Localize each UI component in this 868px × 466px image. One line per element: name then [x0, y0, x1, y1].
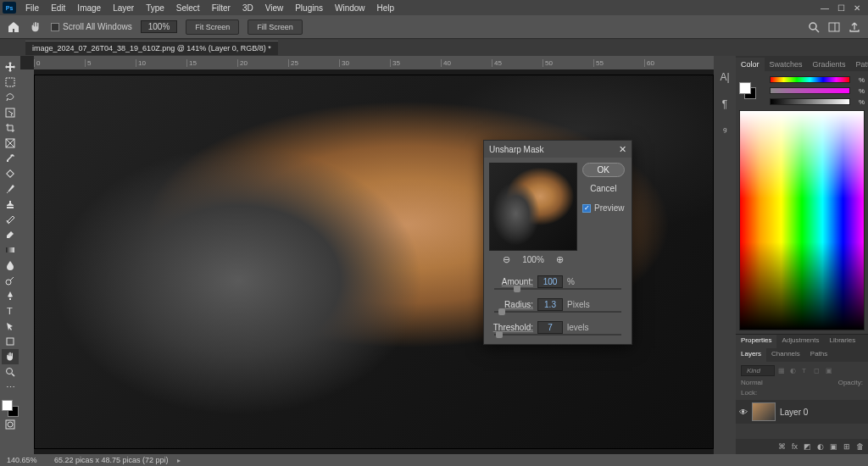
zoom-in-icon[interactable]: ⊕ — [556, 254, 564, 265]
scroll-all-windows-checkbox[interactable]: Scroll All Windows — [51, 22, 132, 31]
filter-smart-icon[interactable]: ▣ — [826, 367, 834, 375]
menu-view[interactable]: View — [259, 2, 290, 14]
ok-button[interactable]: OK — [582, 163, 625, 177]
home-icon[interactable] — [7, 20, 20, 34]
new-layer-icon[interactable]: ⊞ — [843, 442, 850, 451]
layer-mask-icon[interactable]: ◩ — [804, 442, 811, 451]
menu-3d[interactable]: 3D — [236, 2, 259, 14]
adjustment-layer-icon[interactable]: ◐ — [817, 442, 824, 451]
pen-tool-icon[interactable] — [2, 288, 19, 303]
menu-window[interactable]: Window — [329, 2, 371, 14]
dodge-tool-icon[interactable] — [2, 273, 19, 288]
preview-checkbox[interactable]: ✓ Preview — [582, 203, 625, 213]
link-layers-icon[interactable]: ⌘ — [778, 442, 786, 451]
zoom-out-icon[interactable]: ⊖ — [503, 254, 510, 265]
window-close-icon[interactable]: ✕ — [854, 3, 860, 13]
search-icon[interactable] — [807, 20, 821, 34]
fg-bg-swatches[interactable] — [739, 82, 756, 99]
layer-filter-kind[interactable]: Kind — [741, 365, 775, 376]
tab-paths[interactable]: Paths — [805, 348, 832, 362]
frame-tool-icon[interactable] — [2, 136, 19, 151]
blur-tool-icon[interactable] — [2, 258, 19, 273]
radius-slider[interactable] — [494, 311, 621, 313]
menu-type[interactable]: Type — [140, 2, 170, 14]
lasso-tool-icon[interactable] — [2, 90, 19, 105]
stamp-tool-icon[interactable] — [2, 197, 19, 212]
menu-help[interactable]: Help — [371, 2, 401, 14]
tab-layers[interactable]: Layers — [736, 348, 766, 362]
fill-screen-button[interactable]: Fill Screen — [248, 19, 303, 35]
cancel-button[interactable]: Cancel — [582, 182, 625, 195]
window-minimize-icon[interactable]: — — [821, 3, 829, 13]
filter-pixel-icon[interactable]: ▦ — [778, 367, 787, 375]
tab-color[interactable]: Color — [736, 58, 765, 71]
filter-type-icon[interactable]: T — [802, 367, 810, 375]
quickmask-icon[interactable] — [2, 417, 19, 432]
paragraph-panel-icon[interactable]: ¶ — [718, 98, 732, 112]
status-doc-info[interactable]: 65.22 picas x 48.75 picas (72 ppi) — [54, 456, 169, 464]
tab-properties[interactable]: Properties — [736, 335, 776, 348]
layer-row[interactable]: 👁 Layer 0 — [736, 400, 868, 424]
tab-patterns[interactable]: Patterns — [851, 58, 868, 71]
character-panel-icon[interactable]: A| — [718, 71, 732, 85]
object-select-tool-icon[interactable] — [2, 105, 19, 120]
tab-libraries[interactable]: Libraries — [825, 335, 861, 348]
trash-icon[interactable]: 🗑 — [856, 442, 864, 451]
color-spectrum[interactable] — [739, 110, 865, 330]
status-chevron-icon[interactable]: ▸ — [177, 457, 181, 464]
menu-select[interactable]: Select — [170, 2, 206, 14]
hand-tool-icon[interactable] — [2, 349, 19, 364]
shape-tool-icon[interactable] — [2, 334, 19, 349]
fit-screen-button[interactable]: Fit Screen — [186, 19, 239, 35]
workspace-icon[interactable] — [827, 20, 841, 34]
close-icon[interactable]: ✕ — [619, 144, 626, 155]
tab-channels[interactable]: Channels — [766, 348, 805, 362]
path-select-tool-icon[interactable] — [2, 319, 19, 334]
window-maximize-icon[interactable]: ☐ — [837, 3, 845, 13]
document-tab[interactable]: image_2024_07_26T04_38_19_610Z.png @ 141… — [25, 41, 278, 55]
tab-adjustments[interactable]: Adjustments — [776, 335, 824, 348]
history-brush-tool-icon[interactable] — [2, 212, 19, 227]
zoom-tool-icon[interactable] — [2, 364, 19, 380]
menu-image[interactable]: Image — [71, 2, 107, 14]
blend-mode-dropdown[interactable]: Normal — [741, 379, 763, 386]
menu-filter[interactable]: Filter — [206, 2, 236, 14]
visibility-eye-icon[interactable]: 👁 — [739, 408, 748, 417]
crop-tool-icon[interactable] — [2, 120, 19, 136]
hue-slider[interactable] — [770, 76, 850, 83]
color-swatches[interactable] — [2, 400, 19, 417]
layer-thumbnail[interactable] — [752, 402, 776, 421]
share-icon[interactable] — [848, 20, 861, 34]
menu-layer[interactable]: Layer — [107, 2, 140, 14]
menu-edit[interactable]: Edit — [45, 2, 71, 14]
menu-file[interactable]: File — [19, 2, 45, 14]
glyphs-panel-icon[interactable]: ᵍ — [718, 125, 732, 139]
eraser-tool-icon[interactable] — [2, 227, 19, 242]
menu-plugins[interactable]: Plugins — [289, 2, 329, 14]
hand-tool-icon[interactable] — [29, 21, 42, 33]
amount-input[interactable]: 100 — [537, 275, 563, 288]
threshold-input[interactable]: 7 — [537, 321, 563, 334]
radius-input[interactable]: 1.3 — [537, 298, 563, 311]
layer-name[interactable]: Layer 0 — [780, 408, 808, 417]
group-icon[interactable]: ▣ — [830, 442, 837, 451]
type-tool-icon[interactable]: T — [2, 303, 19, 319]
edit-toolbar-icon[interactable]: ⋯ — [2, 380, 19, 395]
threshold-slider[interactable] — [494, 334, 621, 336]
tab-gradients[interactable]: Gradients — [808, 58, 851, 71]
heal-tool-icon[interactable] — [2, 166, 19, 181]
layer-style-icon[interactable]: fx — [792, 442, 798, 451]
eyedropper-tool-icon[interactable] — [2, 151, 19, 166]
dialog-preview[interactable] — [489, 163, 577, 251]
sat-slider[interactable] — [770, 87, 850, 94]
brush-tool-icon[interactable] — [2, 181, 19, 197]
tab-swatches[interactable]: Swatches — [765, 58, 808, 71]
marquee-tool-icon[interactable] — [2, 75, 19, 90]
gradient-tool-icon[interactable] — [2, 242, 19, 258]
bri-slider[interactable] — [770, 98, 850, 105]
move-tool-icon[interactable] — [2, 59, 19, 75]
filter-shape-icon[interactable]: ◻ — [814, 367, 822, 375]
zoom-level-button[interactable]: 100% — [141, 20, 178, 33]
filter-adjust-icon[interactable]: ◐ — [790, 367, 798, 375]
status-zoom[interactable]: 140.65% — [7, 456, 46, 464]
